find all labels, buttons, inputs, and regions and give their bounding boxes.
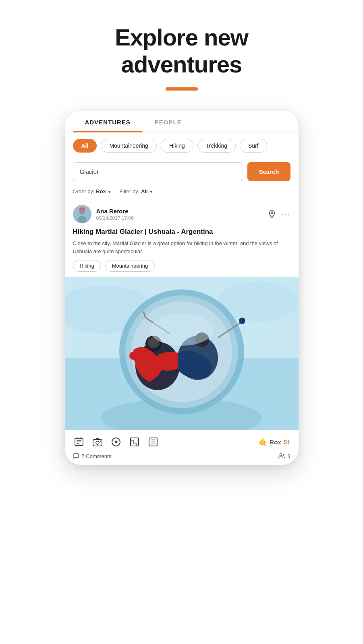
svg-marker-36 bbox=[115, 440, 118, 444]
order-dropdown-arrow: ▼ bbox=[108, 190, 112, 194]
svg-rect-32 bbox=[93, 440, 102, 446]
search-row: Search bbox=[65, 159, 299, 186]
order-by-value: Rox bbox=[96, 188, 106, 194]
post-actions: ··· bbox=[268, 210, 290, 219]
svg-point-25 bbox=[149, 314, 214, 346]
post-date: 09/14/2017 17:06 bbox=[96, 215, 134, 221]
filter-by-label: Filter by: bbox=[119, 188, 139, 194]
rox-label: Rox bbox=[270, 439, 281, 446]
waypoints-icon[interactable] bbox=[147, 436, 159, 448]
chip-mountaineering[interactable]: Mountaineering bbox=[101, 139, 157, 153]
svg-point-4 bbox=[271, 212, 273, 214]
svg-rect-30 bbox=[77, 438, 78, 439]
svg-point-34 bbox=[100, 441, 101, 442]
tag-hiking[interactable]: Hiking bbox=[73, 260, 101, 272]
user-name: Ana Retore bbox=[96, 208, 134, 215]
hero-title-line1: Explore new bbox=[115, 24, 248, 50]
chip-surf[interactable]: Surf bbox=[240, 139, 267, 153]
post-footer: 🤙 Rox 51 7 Comments bbox=[65, 430, 299, 465]
order-by-label: Order by: bbox=[73, 188, 95, 194]
sort-filter-row: Order by: Rox ▼ Filter by: All ▼ bbox=[65, 186, 299, 198]
filter-chips: All Mountaineering Hiking Trekking Surf bbox=[65, 132, 299, 159]
rox-count: 51 bbox=[284, 439, 290, 446]
chip-trekking[interactable]: Trekking bbox=[197, 139, 236, 153]
tab-people[interactable]: PEOPLE bbox=[143, 111, 194, 132]
hero-divider bbox=[166, 87, 198, 91]
svg-point-23 bbox=[129, 352, 137, 360]
post-image bbox=[65, 277, 299, 430]
comments-link[interactable]: 7 Comments bbox=[73, 453, 112, 459]
svg-point-33 bbox=[96, 441, 99, 444]
tag-mountaineering[interactable]: Mountaineering bbox=[105, 260, 155, 272]
post-footer-icons: 🤙 Rox 51 bbox=[73, 436, 290, 448]
filter-dropdown-arrow: ▼ bbox=[149, 190, 153, 194]
hero-title-line2: adventures bbox=[121, 51, 242, 77]
comments-count: 7 Comments bbox=[82, 453, 112, 459]
order-by[interactable]: Order by: Rox ▼ bbox=[73, 188, 112, 194]
svg-point-24 bbox=[239, 318, 245, 324]
comment-icon bbox=[73, 453, 79, 459]
svg-point-45 bbox=[280, 454, 282, 456]
svg-point-2 bbox=[78, 216, 87, 223]
people-count-value: 3 bbox=[287, 453, 290, 459]
filter-by[interactable]: Filter by: All ▼ bbox=[119, 188, 153, 194]
search-input[interactable] bbox=[73, 162, 244, 181]
people-count: 3 bbox=[278, 453, 290, 459]
post-description: Close to the city, Martial Glacier is a … bbox=[73, 239, 290, 255]
post-title: Hiking Martial Glacier | Ushuaia - Argen… bbox=[73, 227, 290, 236]
post-meta-row: 7 Comments 3 bbox=[73, 453, 290, 459]
post-tags: Hiking Mountaineering bbox=[73, 260, 290, 272]
svg-rect-31 bbox=[80, 438, 81, 439]
chip-hiking[interactable]: Hiking bbox=[161, 139, 193, 153]
post-card: Ana Retore 09/14/2017 17:06 ··· Hiking M… bbox=[65, 198, 299, 272]
rox-score[interactable]: 🤙 Rox 51 bbox=[258, 438, 290, 446]
itinerary-icon[interactable] bbox=[73, 436, 85, 448]
user-details: Ana Retore 09/14/2017 17:06 bbox=[96, 208, 134, 221]
people-icon bbox=[278, 453, 285, 459]
route-icon[interactable] bbox=[129, 436, 141, 448]
search-button[interactable]: Search bbox=[247, 162, 290, 181]
tabs-bar: ADVENTURES PEOPLE bbox=[65, 111, 299, 132]
video-icon[interactable] bbox=[110, 436, 122, 448]
chip-all[interactable]: All bbox=[73, 139, 97, 153]
phone-inner: ADVENTURES PEOPLE All Mountaineering Hik… bbox=[65, 111, 299, 465]
action-icons bbox=[73, 436, 159, 448]
avatar bbox=[73, 205, 91, 223]
hero-section: Explore new adventures bbox=[0, 0, 363, 111]
phone-mockup: ADVENTURES PEOPLE All Mountaineering Hik… bbox=[65, 111, 299, 465]
post-user-info: Ana Retore 09/14/2017 17:06 bbox=[73, 205, 134, 223]
rox-icon: 🤙 bbox=[258, 438, 267, 446]
photo-icon[interactable] bbox=[91, 436, 104, 448]
location-icon[interactable] bbox=[268, 210, 276, 219]
filter-by-value: All bbox=[141, 188, 148, 194]
post-header: Ana Retore 09/14/2017 17:06 ··· bbox=[73, 205, 290, 223]
more-options-button[interactable]: ··· bbox=[281, 210, 290, 219]
svg-point-3 bbox=[79, 207, 85, 211]
tab-adventures[interactable]: ADVENTURES bbox=[73, 111, 143, 132]
hero-title: Explore new adventures bbox=[115, 24, 248, 78]
